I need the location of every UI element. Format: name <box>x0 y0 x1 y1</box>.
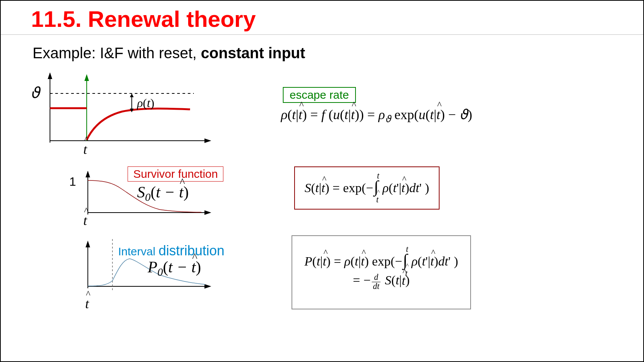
theta-label: ϑ <box>30 84 40 102</box>
svg-marker-6 <box>130 93 134 97</box>
slide-subtitle: Example: I&F with reset, constant input <box>33 45 305 62</box>
survivor-function-label: Survivor function <box>128 166 223 182</box>
interval-equation-line2: = −ddt S(t|t) <box>353 273 410 290</box>
slide: 11.5. Renewal theory Example: I&F with r… <box>0 0 644 362</box>
interval-distribution-label: Interval distribution <box>118 243 225 259</box>
subtitle-prefix: Example: I&F with reset, <box>33 45 201 61</box>
slide-title: 11.5. Renewal theory <box>31 6 643 32</box>
survivor-function-expr: S0(t − t) <box>137 183 189 204</box>
title-bar: 11.5. Renewal theory <box>1 1 643 35</box>
interval-big: distribution <box>159 243 225 258</box>
interval-equation-line1: P(t|t) = ρ(t|t) exp(−∫tt ρ(t'|t)dt' ) <box>304 254 458 269</box>
rho-t-label: ρ(t) <box>137 96 154 110</box>
interval-distribution-expr: P0(t − t) <box>148 258 201 278</box>
escape-rate-label: escape rate <box>283 87 356 103</box>
interval-equation-box: P(t|t) = ρ(t|t) exp(−∫tt ρ(t'|t)dt' ) = … <box>292 235 471 309</box>
one-label: 1 <box>69 175 76 189</box>
survivor-equation-box: S(t|t) = exp(−∫tt ρ(t'|t)dt' ) <box>294 166 440 210</box>
subtitle-bold: constant input <box>201 45 306 61</box>
survivor-equation: S(t|t) = exp(−∫tt ρ(t'|t)dt' ) <box>305 181 429 195</box>
membrane-potential-chart <box>42 73 224 156</box>
t-hat-label-2: t <box>83 213 87 228</box>
t-hat-label-1: t <box>83 141 87 157</box>
escape-rate-equation: ρ(t|t) = f (u(t|t)) = ρϑ exp(u(t|t) − ϑ) <box>281 107 472 124</box>
t-hat-label-3: t <box>85 296 89 312</box>
interval-prefix: Interval <box>118 245 159 258</box>
